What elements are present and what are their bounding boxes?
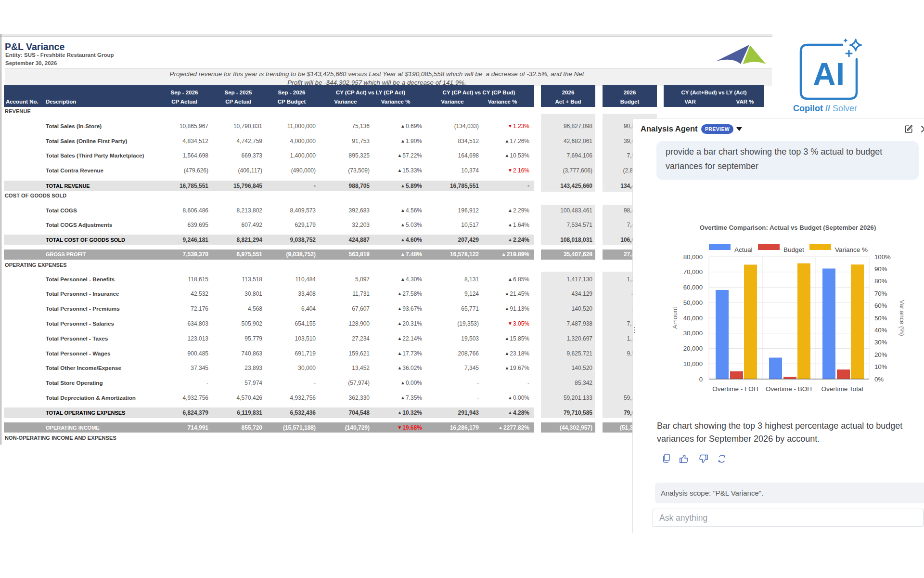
svg-text:Budget: Budget: [783, 246, 804, 253]
svg-text:50%: 50%: [874, 315, 887, 322]
svg-text:40%: 40%: [874, 327, 887, 334]
svg-text:40,000: 40,000: [683, 315, 703, 322]
svg-text:Overtime - FOH: Overtime - FOH: [712, 385, 758, 393]
svg-text:10%: 10%: [874, 363, 887, 370]
svg-text:Overtime Total: Overtime Total: [821, 385, 863, 393]
svg-text:60,000: 60,000: [683, 284, 703, 291]
svg-text:Amount: Amount: [671, 307, 679, 329]
svg-text:90%: 90%: [874, 265, 887, 273]
svg-text:Actual: Actual: [734, 246, 753, 253]
svg-text:Variance (%): Variance (%): [898, 300, 906, 336]
svg-text:100%: 100%: [874, 253, 891, 261]
svg-text:70%: 70%: [874, 290, 887, 297]
svg-text:Overtime Comparison: Actual vs: Overtime Comparison: Actual vs Budget (S…: [700, 224, 876, 231]
svg-text:0%: 0%: [874, 376, 884, 383]
svg-text:10,000: 10,000: [683, 360, 703, 368]
svg-text:20%: 20%: [874, 351, 887, 358]
svg-text:30%: 30%: [874, 339, 887, 346]
svg-text:50,000: 50,000: [683, 299, 703, 306]
svg-text:20,000: 20,000: [683, 345, 703, 352]
svg-text:Overtime - BOH: Overtime - BOH: [766, 385, 812, 393]
svg-text:30,000: 30,000: [683, 329, 703, 337]
svg-text:70,000: 70,000: [683, 268, 703, 276]
svg-text:80%: 80%: [874, 277, 887, 285]
svg-text:AI: AI: [813, 56, 845, 92]
svg-text:Variance %: Variance %: [835, 246, 868, 253]
svg-text:80,000: 80,000: [683, 253, 703, 261]
svg-text:60%: 60%: [874, 302, 887, 309]
svg-text:0: 0: [699, 376, 703, 383]
